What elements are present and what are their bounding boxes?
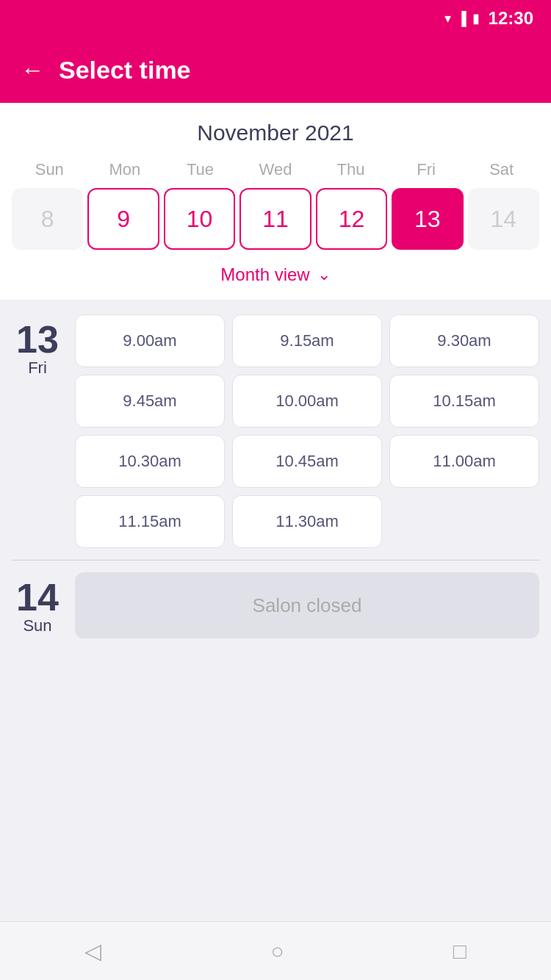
nav-recent-icon[interactable]: □ xyxy=(453,939,467,964)
calendar-day-10[interactable]: 10 xyxy=(164,188,235,250)
month-view-toggle[interactable]: Month view ⌄ xyxy=(12,262,539,288)
time-slot-1015am[interactable]: 10.15am xyxy=(389,375,539,428)
time-slot-1115am[interactable]: 11.15am xyxy=(75,495,225,548)
status-icons: ▾ ▐ ▮ xyxy=(444,10,480,26)
calendar-day-8[interactable]: 8 xyxy=(12,188,83,250)
time-slot-900am[interactable]: 9.00am xyxy=(75,314,225,367)
calendar-day-9[interactable]: 9 xyxy=(87,188,159,250)
header: ← Select time xyxy=(0,37,551,103)
calendar-day-11[interactable]: 11 xyxy=(240,188,311,250)
day-header-sat: Sat xyxy=(464,160,539,179)
time-grid-13: 9.00am 9.15am 9.30am 9.45am 10.00am 10.1… xyxy=(75,314,539,548)
time-slot-1045am[interactable]: 10.45am xyxy=(232,435,382,488)
bottom-nav: ◁ ○ □ xyxy=(0,921,551,980)
time-slot-1130am[interactable]: 11.30am xyxy=(232,495,382,548)
day-header-fri: Fri xyxy=(389,160,464,179)
day-header-tue: Tue xyxy=(162,160,238,179)
page-title: Select time xyxy=(59,56,191,84)
day-name-13: Fri xyxy=(28,359,47,378)
time-slot-930am[interactable]: 9.30am xyxy=(389,314,539,367)
calendar-section: November 2021 Sun Mon Tue Wed Thu Fri Sa… xyxy=(0,103,551,300)
day-header-thu: Thu xyxy=(313,160,389,179)
day-label-13: 13 Fri xyxy=(12,314,63,378)
battery-icon: ▮ xyxy=(472,10,480,26)
time-slot-1100am[interactable]: 11.00am xyxy=(389,435,539,488)
calendar-day-13[interactable]: 13 xyxy=(392,188,463,250)
salon-closed-label: Salon closed xyxy=(253,594,362,617)
calendar-day-14[interactable]: 14 xyxy=(468,188,539,250)
day-name-14: Sun xyxy=(23,616,51,635)
day-header-mon: Mon xyxy=(87,160,163,179)
bottom-spacer xyxy=(12,650,539,724)
day-section-14: 14 Sun Salon closed xyxy=(12,572,539,638)
time-slot-945am[interactable]: 9.45am xyxy=(75,375,225,428)
chevron-down-icon: ⌄ xyxy=(317,265,331,284)
time-slot-1000am[interactable]: 10.00am xyxy=(232,375,382,428)
signal-icon: ▐ xyxy=(457,11,467,26)
month-view-label: Month view xyxy=(220,264,309,285)
nav-home-icon[interactable]: ○ xyxy=(270,939,284,964)
day-header-wed: Wed xyxy=(238,160,314,179)
nav-back-icon[interactable]: ◁ xyxy=(84,938,101,964)
calendar-day-12[interactable]: 12 xyxy=(316,188,387,250)
month-year-title: November 2021 xyxy=(12,120,539,145)
status-time: 12:30 xyxy=(489,8,533,29)
salon-closed-box: Salon closed xyxy=(75,572,539,638)
day-headers: Sun Mon Tue Wed Thu Fri Sat xyxy=(12,160,539,179)
time-slot-1030am[interactable]: 10.30am xyxy=(75,435,225,488)
day-label-14: 14 Sun xyxy=(12,572,63,635)
time-slots-area: 13 Fri 9.00am 9.15am 9.30am 9.45am 10.00… xyxy=(0,300,551,738)
status-bar: ▾ ▐ ▮ 12:30 xyxy=(0,0,551,37)
day-number-14: 14 xyxy=(16,578,59,616)
day-section-13: 13 Fri 9.00am 9.15am 9.30am 9.45am 10.00… xyxy=(12,314,539,548)
section-divider xyxy=(12,560,539,561)
day-header-sun: Sun xyxy=(12,160,87,179)
day-number-13: 13 xyxy=(16,320,59,359)
time-slot-915am[interactable]: 9.15am xyxy=(232,314,382,367)
calendar-days: 8 9 10 11 12 13 14 xyxy=(12,188,539,250)
wifi-icon: ▾ xyxy=(444,10,451,26)
back-button[interactable]: ← xyxy=(21,57,44,84)
